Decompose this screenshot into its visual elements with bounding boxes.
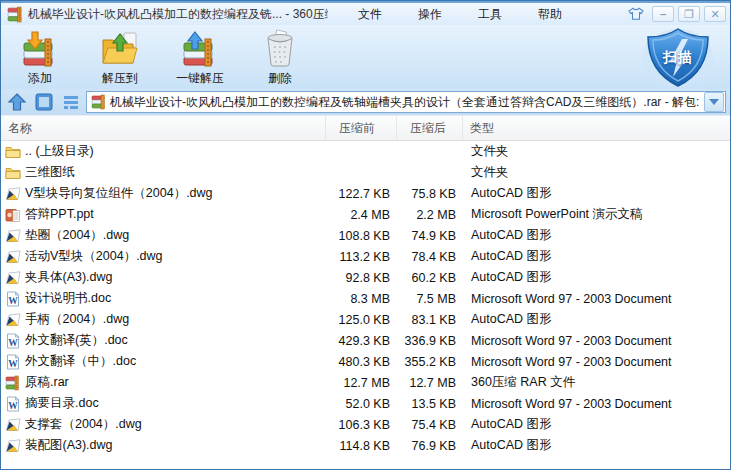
- table-row[interactable]: 活动V型块（2004）.dwg 113.2 KB 78.4 KB AutoCAD…: [1, 246, 730, 267]
- file-size-before: 113.2 KB: [326, 250, 397, 264]
- column-header-size-before[interactable]: 压缩前: [326, 116, 397, 140]
- file-name: .. (上级目录): [25, 143, 94, 160]
- list-view-icon[interactable]: [59, 91, 83, 113]
- file-type: 文件夹: [463, 143, 730, 160]
- menu-tools[interactable]: 工具: [460, 4, 520, 25]
- file-list: .. (上级目录) 文件夹 三维图纸 文件夹 V型块导向复位组件（2004）.d…: [1, 141, 730, 456]
- extract-to-button[interactable]: 解压到: [87, 27, 153, 87]
- table-row[interactable]: W 设计说明书.doc 8.3 MB 7.5 MB Microsoft Word…: [1, 288, 730, 309]
- delete-button-label: 删除: [268, 70, 292, 87]
- folder-icon: [5, 165, 21, 181]
- one-click-extract-button[interactable]: 一键解压: [167, 27, 233, 87]
- file-type: Microsoft Word 97 - 2003 Document: [463, 292, 730, 306]
- file-size-before: 12.7 MB: [326, 376, 397, 390]
- table-row[interactable]: W 摘要目录.doc 52.0 KB 13.5 KB Microsoft Wor…: [1, 393, 730, 414]
- maximize-button[interactable]: ❐: [678, 6, 700, 22]
- scan-button[interactable]: 扫描: [642, 27, 714, 89]
- file-type: 文件夹: [463, 164, 730, 181]
- file-size-before: 92.8 KB: [326, 271, 397, 285]
- file-type: 360压缩 RAR 文件: [463, 374, 730, 391]
- archive-path-combobox[interactable]: 机械毕业设计-吹风机凸模加工的数控编程及铣轴端槽夹具的设计（全套通过答辩含CAD…: [86, 91, 726, 113]
- file-size-after: 2.2 MB: [397, 208, 463, 222]
- chevron-down-icon: [709, 99, 719, 110]
- table-row[interactable]: 支撑套（2004）.dwg 106.3 KB 75.4 KB AutoCAD 图…: [1, 414, 730, 435]
- menu-action[interactable]: 操作: [400, 4, 460, 25]
- file-size-before: 114.8 KB: [326, 439, 397, 453]
- file-type: AutoCAD 图形: [463, 416, 730, 433]
- file-name: 支撑套（2004）.dwg: [25, 416, 142, 433]
- dwg-icon: [5, 249, 21, 265]
- file-name: 活动V型块（2004）.dwg: [25, 248, 163, 265]
- dwg-icon: [5, 270, 21, 286]
- table-row[interactable]: 答辩PPT.ppt 2.4 MB 2.2 MB Microsoft PowerP…: [1, 204, 730, 225]
- column-header-size-after[interactable]: 压缩后: [397, 116, 463, 140]
- file-size-before: 480.3 KB: [326, 355, 397, 369]
- file-size-before: 52.0 KB: [326, 397, 397, 411]
- file-size-before: 2.4 MB: [326, 208, 397, 222]
- table-row[interactable]: W 外文翻译（中）.doc 480.3 KB 355.2 KB Microsof…: [1, 351, 730, 372]
- menu-file[interactable]: 文件: [340, 4, 400, 25]
- window-controls: – ❐ ✕: [624, 5, 726, 23]
- table-row[interactable]: 装配图(A3).dwg 114.8 KB 76.9 KB AutoCAD 图形: [1, 435, 730, 456]
- file-size-before: 429.3 KB: [326, 334, 397, 348]
- doc-icon: W: [5, 291, 21, 307]
- dwg-icon: [5, 312, 21, 328]
- column-header-type[interactable]: 类型: [463, 116, 730, 140]
- archive-path-text: 机械毕业设计-吹风机凸模加工的数控编程及铣轴端槽夹具的设计（全套通过答辩含CAD…: [110, 94, 704, 111]
- one-click-extract-label: 一键解压: [176, 70, 224, 87]
- file-size-after: 60.2 KB: [397, 271, 463, 285]
- up-directory-icon[interactable]: [5, 91, 29, 113]
- ppt-icon: [5, 207, 21, 223]
- skin-shirt-icon[interactable]: [624, 5, 648, 23]
- file-size-before: 125.0 KB: [326, 313, 397, 327]
- dwg-icon: [5, 228, 21, 244]
- menubar: 文件 操作 工具 帮助: [340, 4, 580, 25]
- file-size-after: 75.8 KB: [397, 187, 463, 201]
- add-button[interactable]: 添加: [7, 27, 73, 87]
- file-size-after: 12.7 MB: [397, 376, 463, 390]
- view-mode-icon[interactable]: [32, 91, 56, 113]
- file-type: AutoCAD 图形: [463, 227, 730, 244]
- svg-text:W: W: [8, 337, 18, 347]
- minimize-button[interactable]: –: [652, 6, 674, 22]
- column-header-name[interactable]: 名称: [1, 116, 326, 140]
- table-row[interactable]: 手柄（2004）.dwg 125.0 KB 83.1 KB AutoCAD 图形: [1, 309, 730, 330]
- doc-icon: W: [5, 396, 21, 412]
- dwg-icon: [5, 438, 21, 454]
- file-size-after: 83.1 KB: [397, 313, 463, 327]
- file-size-after: 355.2 KB: [397, 355, 463, 369]
- table-row[interactable]: 原稿.rar 12.7 MB 12.7 MB 360压缩 RAR 文件: [1, 372, 730, 393]
- file-size-before: 106.3 KB: [326, 418, 397, 432]
- one-click-extract-icon: [180, 29, 220, 69]
- table-row[interactable]: W 外文翻译(英）.doc 429.3 KB 336.9 KB Microsof…: [1, 330, 730, 351]
- close-button[interactable]: ✕: [704, 6, 726, 22]
- table-row[interactable]: 垫圈（2004）.dwg 108.8 KB 74.9 KB AutoCAD 图形: [1, 225, 730, 246]
- file-type: AutoCAD 图形: [463, 185, 730, 202]
- table-row[interactable]: .. (上级目录) 文件夹: [1, 141, 730, 162]
- file-size-after: 78.4 KB: [397, 250, 463, 264]
- toolbar: 添加 解压到 一键解压 删除: [1, 25, 730, 89]
- file-size-after: 74.9 KB: [397, 229, 463, 243]
- titlebar: 机械毕业设计-吹风机凸模加工的数控编程及铣... - 360压缩 3.2正式版 …: [1, 1, 730, 25]
- svg-text:W: W: [8, 400, 18, 410]
- extract-to-folder-icon: [100, 29, 140, 69]
- delete-button[interactable]: 删除: [247, 27, 313, 87]
- doc-icon: W: [5, 333, 21, 349]
- combobox-dropdown-button[interactable]: [704, 92, 724, 112]
- folder-icon: [5, 144, 21, 160]
- file-type: Microsoft PowerPoint 演示文稿: [463, 206, 730, 223]
- svg-text:W: W: [8, 295, 18, 305]
- app-window: 机械毕业设计-吹风机凸模加工的数控编程及铣... - 360压缩 3.2正式版 …: [0, 0, 731, 470]
- window-title: 机械毕业设计-吹风机凸模加工的数控编程及铣... - 360压缩 3.2正式版: [28, 6, 328, 23]
- rar-icon: [5, 375, 21, 391]
- table-row[interactable]: 三维图纸 文件夹: [1, 162, 730, 183]
- dwg-icon: [5, 186, 21, 202]
- menu-help[interactable]: 帮助: [520, 4, 580, 25]
- file-type: Microsoft Word 97 - 2003 Document: [463, 397, 730, 411]
- file-name: 外文翻译(英）.doc: [25, 332, 128, 349]
- dwg-icon: [5, 417, 21, 433]
- table-row[interactable]: V型块导向复位组件（2004）.dwg 122.7 KB 75.8 KB Aut…: [1, 183, 730, 204]
- file-size-after: 7.5 MB: [397, 292, 463, 306]
- table-row[interactable]: 夹具体(A3).dwg 92.8 KB 60.2 KB AutoCAD 图形: [1, 267, 730, 288]
- file-type: AutoCAD 图形: [463, 269, 730, 286]
